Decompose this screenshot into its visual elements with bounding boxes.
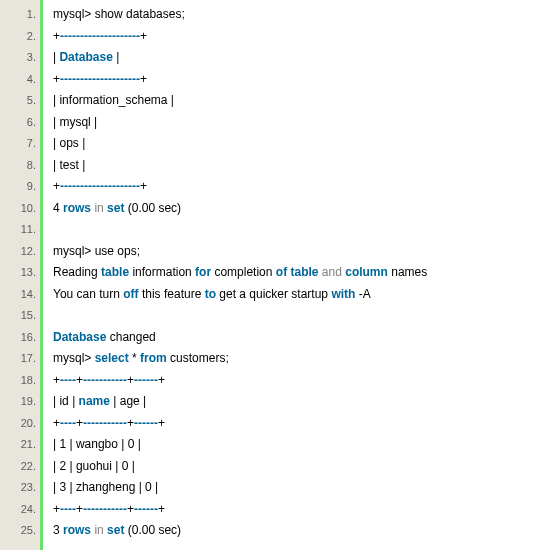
code-token: mysql> show databases; — [53, 7, 185, 21]
line-number: 5. — [2, 90, 38, 112]
code-line: 3 rows in set (0.00 sec) — [53, 520, 552, 542]
line-number: 15. — [2, 305, 38, 327]
code-token: + — [158, 502, 165, 516]
code-token: + — [140, 72, 147, 86]
code-token: 3 — [53, 523, 63, 537]
code-token: + — [76, 416, 83, 430]
code-line: | test | — [53, 155, 552, 177]
code-token: | 2 | guohui | 0 | — [53, 459, 135, 473]
code-token: + — [76, 373, 83, 387]
code-line: | ops | — [53, 133, 552, 155]
code-token: Database — [53, 330, 106, 344]
code-token: | test | — [53, 158, 85, 172]
code-line: +----+-----------+------+ — [53, 413, 552, 435]
code-token: rows — [63, 201, 91, 215]
code-token: set — [107, 201, 124, 215]
line-number: 23. — [2, 477, 38, 499]
code-line: mysql> use ops; — [53, 241, 552, 263]
code-token: + — [127, 416, 134, 430]
code-token: get a quicker startup — [216, 287, 331, 301]
line-number: 22. — [2, 456, 38, 478]
code-token: | age | — [110, 394, 146, 408]
code-token: + — [53, 29, 60, 43]
code-token: + — [53, 416, 60, 430]
code-token: mysql> — [53, 351, 95, 365]
line-number: 11. — [2, 219, 38, 241]
line-number: 7. — [2, 133, 38, 155]
code-token: + — [53, 502, 60, 516]
code-token: + — [53, 373, 60, 387]
line-number: 17. — [2, 348, 38, 370]
code-token: for — [195, 265, 211, 279]
code-token: + — [127, 502, 134, 516]
code-block: 1.2.3.4.5.6.7.8.9.10.11.12.13.14.15.16.1… — [0, 0, 552, 550]
line-number: 10. — [2, 198, 38, 220]
code-line: Database changed — [53, 327, 552, 349]
code-token: | 1 | wangbo | 0 | — [53, 437, 141, 451]
code-token: Database — [59, 50, 112, 64]
code-token: | — [113, 50, 119, 64]
line-number: 8. — [2, 155, 38, 177]
code-token: ------ — [134, 373, 158, 387]
code-token: | ops | — [53, 136, 85, 150]
code-token: ------ — [134, 416, 158, 430]
line-number: 4. — [2, 69, 38, 91]
code-token: to — [205, 287, 216, 301]
code-token: + — [158, 373, 165, 387]
code-line: | 3 | zhangheng | 0 | — [53, 477, 552, 499]
code-line: +----+-----------+------+ — [53, 499, 552, 521]
code-token: of — [276, 265, 287, 279]
code-token: + — [140, 179, 147, 193]
code-line: | Database | — [53, 47, 552, 69]
code-token: customers; — [167, 351, 229, 365]
line-number: 3. — [2, 47, 38, 69]
code-token: -A — [355, 287, 370, 301]
line-number: 16. — [2, 327, 38, 349]
code-token: -------------------- — [60, 179, 140, 193]
line-number: 9. — [2, 176, 38, 198]
code-line: | 1 | wangbo | 0 | — [53, 434, 552, 456]
code-token: in — [94, 201, 103, 215]
line-number: 6. — [2, 112, 38, 134]
code-line: +--------------------+ — [53, 176, 552, 198]
code-line: 4 rows in set (0.00 sec) — [53, 198, 552, 220]
code-token: ---- — [60, 416, 76, 430]
code-token: (0.00 sec) — [124, 201, 181, 215]
code-token: and — [322, 265, 342, 279]
line-number: 12. — [2, 241, 38, 263]
code-token: 4 — [53, 201, 63, 215]
code-token — [53, 308, 56, 322]
code-token: | information_schema | — [53, 93, 174, 107]
code-token: names — [388, 265, 427, 279]
code-line: mysql> select * from customers; — [53, 348, 552, 370]
line-number: 13. — [2, 262, 38, 284]
code-token: -------------------- — [60, 72, 140, 86]
code-token: + — [53, 72, 60, 86]
code-token: table — [101, 265, 129, 279]
code-line: +----+-----------+------+ — [53, 370, 552, 392]
code-token: column — [345, 265, 388, 279]
code-line: Reading table information for completion… — [53, 262, 552, 284]
code-token: ---- — [60, 373, 76, 387]
code-line: | information_schema | — [53, 90, 552, 112]
line-number: 18. — [2, 370, 38, 392]
code-token: | 3 | zhangheng | 0 | — [53, 480, 158, 494]
line-number: 25. — [2, 520, 38, 542]
code-token: + — [140, 29, 147, 43]
code-token: ------ — [134, 502, 158, 516]
code-line: You can turn off this feature to get a q… — [53, 284, 552, 306]
code-token: in — [94, 523, 103, 537]
code-token: ----------- — [83, 502, 127, 516]
code-line — [53, 219, 552, 241]
code-token: | mysql | — [53, 115, 97, 129]
code-token: name — [79, 394, 110, 408]
code-token: table — [290, 265, 318, 279]
code-line: +--------------------+ — [53, 26, 552, 48]
code-token: Reading — [53, 265, 101, 279]
code-token: set — [107, 523, 124, 537]
code-line: | 2 | guohui | 0 | — [53, 456, 552, 478]
code-token: + — [158, 416, 165, 430]
line-number: 1. — [2, 4, 38, 26]
code-line: mysql> show databases; — [53, 4, 552, 26]
code-token: mysql> use ops; — [53, 244, 140, 258]
